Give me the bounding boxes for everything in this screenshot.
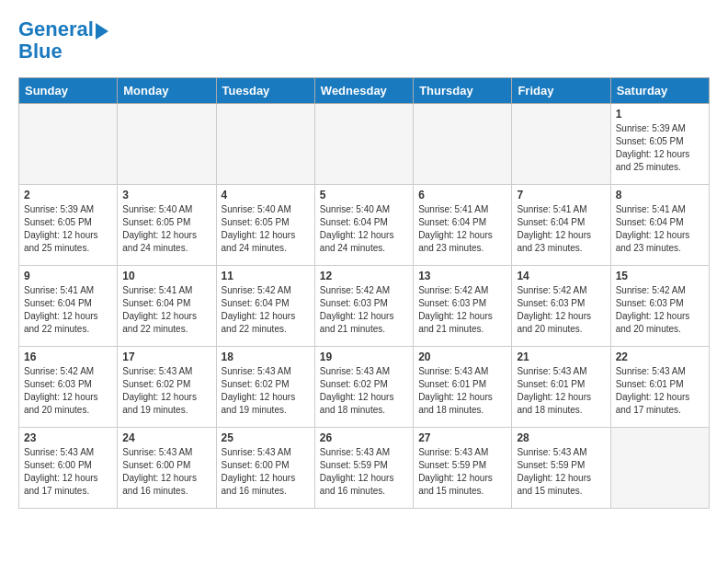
calendar-week-row: 2Sunrise: 5:39 AM Sunset: 6:05 PM Daylig… — [19, 185, 710, 266]
day-info: Sunrise: 5:41 AM Sunset: 6:04 PM Dayligh… — [122, 284, 210, 336]
day-info: Sunrise: 5:41 AM Sunset: 6:04 PM Dayligh… — [517, 203, 605, 255]
day-info: Sunrise: 5:43 AM Sunset: 5:59 PM Dayligh… — [418, 446, 506, 498]
calendar-cell — [216, 104, 314, 185]
day-info: Sunrise: 5:41 AM Sunset: 6:04 PM Dayligh… — [616, 203, 704, 255]
weekday-header-monday: Monday — [118, 78, 216, 104]
day-number: 14 — [517, 270, 605, 282]
day-number: 26 — [320, 431, 408, 444]
day-info: Sunrise: 5:43 AM Sunset: 5:59 PM Dayligh… — [517, 446, 605, 498]
day-number: 1 — [616, 108, 704, 121]
calendar-week-row: 23Sunrise: 5:43 AM Sunset: 6:00 PM Dayli… — [19, 428, 710, 509]
calendar-cell: 6Sunrise: 5:41 AM Sunset: 6:04 PM Daylig… — [414, 185, 512, 266]
day-number: 4 — [222, 189, 310, 201]
calendar-cell: 8Sunrise: 5:41 AM Sunset: 6:04 PM Daylig… — [610, 185, 709, 266]
weekday-header-saturday: Saturday — [610, 78, 709, 104]
calendar-cell: 12Sunrise: 5:42 AM Sunset: 6:03 PM Dayli… — [314, 266, 413, 347]
calendar-cell: 14Sunrise: 5:42 AM Sunset: 6:03 PM Dayli… — [512, 266, 610, 347]
day-info: Sunrise: 5:39 AM Sunset: 6:05 PM Dayligh… — [24, 203, 112, 255]
day-info: Sunrise: 5:39 AM Sunset: 6:05 PM Dayligh… — [616, 122, 704, 174]
calendar-cell: 23Sunrise: 5:43 AM Sunset: 6:00 PM Dayli… — [19, 428, 118, 509]
calendar-cell: 22Sunrise: 5:43 AM Sunset: 6:01 PM Dayli… — [610, 347, 709, 428]
day-number: 5 — [320, 189, 408, 201]
day-number: 18 — [222, 350, 310, 363]
day-number: 21 — [517, 350, 605, 363]
calendar-week-row: 16Sunrise: 5:42 AM Sunset: 6:03 PM Dayli… — [19, 347, 710, 428]
calendar-cell: 4Sunrise: 5:40 AM Sunset: 6:05 PM Daylig… — [216, 185, 314, 266]
day-number: 8 — [616, 189, 704, 201]
day-info: Sunrise: 5:42 AM Sunset: 6:03 PM Dayligh… — [24, 365, 112, 417]
day-info: Sunrise: 5:41 AM Sunset: 6:04 PM Dayligh… — [24, 284, 112, 336]
day-info: Sunrise: 5:42 AM Sunset: 6:03 PM Dayligh… — [320, 284, 408, 336]
calendar-cell: 21Sunrise: 5:43 AM Sunset: 6:01 PM Dayli… — [512, 347, 610, 428]
day-info: Sunrise: 5:43 AM Sunset: 6:00 PM Dayligh… — [122, 446, 210, 498]
calendar-cell: 3Sunrise: 5:40 AM Sunset: 6:05 PM Daylig… — [118, 185, 216, 266]
day-number: 16 — [24, 350, 112, 363]
day-number: 9 — [24, 270, 112, 282]
calendar-cell — [118, 104, 216, 185]
logo-text: General — [18, 18, 94, 40]
logo-arrow-icon — [96, 23, 108, 40]
day-info: Sunrise: 5:40 AM Sunset: 6:05 PM Dayligh… — [222, 203, 310, 255]
day-info: Sunrise: 5:42 AM Sunset: 6:03 PM Dayligh… — [418, 284, 506, 336]
calendar-cell: 2Sunrise: 5:39 AM Sunset: 6:05 PM Daylig… — [19, 185, 118, 266]
calendar-cell: 9Sunrise: 5:41 AM Sunset: 6:04 PM Daylig… — [19, 266, 118, 347]
day-number: 19 — [320, 350, 408, 363]
day-number: 27 — [418, 431, 506, 444]
calendar-cell: 18Sunrise: 5:43 AM Sunset: 6:02 PM Dayli… — [216, 347, 314, 428]
day-info: Sunrise: 5:43 AM Sunset: 6:01 PM Dayligh… — [517, 365, 605, 417]
calendar-week-row: 1Sunrise: 5:39 AM Sunset: 6:05 PM Daylig… — [19, 104, 710, 185]
weekday-header-wednesday: Wednesday — [314, 78, 413, 104]
day-info: Sunrise: 5:43 AM Sunset: 5:59 PM Dayligh… — [320, 446, 408, 498]
day-number: 17 — [122, 350, 210, 363]
day-number: 24 — [122, 431, 210, 444]
day-number: 6 — [418, 189, 506, 201]
calendar-cell: 27Sunrise: 5:43 AM Sunset: 5:59 PM Dayli… — [414, 428, 512, 509]
calendar-cell: 26Sunrise: 5:43 AM Sunset: 5:59 PM Dayli… — [314, 428, 413, 509]
day-number: 7 — [517, 189, 605, 201]
calendar-cell: 20Sunrise: 5:43 AM Sunset: 6:01 PM Dayli… — [414, 347, 512, 428]
calendar-cell — [314, 104, 413, 185]
day-info: Sunrise: 5:43 AM Sunset: 6:01 PM Dayligh… — [418, 365, 506, 417]
day-number: 22 — [616, 350, 704, 363]
day-number: 3 — [122, 189, 210, 201]
calendar-cell — [512, 104, 610, 185]
calendar-cell: 25Sunrise: 5:43 AM Sunset: 6:00 PM Dayli… — [216, 428, 314, 509]
calendar-cell — [19, 104, 118, 185]
day-number: 10 — [122, 270, 210, 282]
calendar-cell: 5Sunrise: 5:40 AM Sunset: 6:04 PM Daylig… — [314, 185, 413, 266]
calendar-week-row: 9Sunrise: 5:41 AM Sunset: 6:04 PM Daylig… — [19, 266, 710, 347]
day-info: Sunrise: 5:43 AM Sunset: 6:02 PM Dayligh… — [222, 365, 310, 417]
day-info: Sunrise: 5:43 AM Sunset: 6:00 PM Dayligh… — [24, 446, 112, 498]
logo: General Blue — [18, 18, 108, 63]
day-number: 11 — [222, 270, 310, 282]
calendar-cell: 10Sunrise: 5:41 AM Sunset: 6:04 PM Dayli… — [118, 266, 216, 347]
calendar-cell: 19Sunrise: 5:43 AM Sunset: 6:02 PM Dayli… — [314, 347, 413, 428]
day-info: Sunrise: 5:40 AM Sunset: 6:05 PM Dayligh… — [122, 203, 210, 255]
day-info: Sunrise: 5:43 AM Sunset: 6:02 PM Dayligh… — [320, 365, 408, 417]
calendar-cell: 16Sunrise: 5:42 AM Sunset: 6:03 PM Dayli… — [19, 347, 118, 428]
day-info: Sunrise: 5:41 AM Sunset: 6:04 PM Dayligh… — [418, 203, 506, 255]
calendar-cell: 7Sunrise: 5:41 AM Sunset: 6:04 PM Daylig… — [512, 185, 610, 266]
calendar-cell: 11Sunrise: 5:42 AM Sunset: 6:04 PM Dayli… — [216, 266, 314, 347]
calendar-cell — [610, 428, 709, 509]
day-info: Sunrise: 5:42 AM Sunset: 6:04 PM Dayligh… — [222, 284, 310, 336]
day-info: Sunrise: 5:42 AM Sunset: 6:03 PM Dayligh… — [517, 284, 605, 336]
calendar-cell: 13Sunrise: 5:42 AM Sunset: 6:03 PM Dayli… — [414, 266, 512, 347]
day-info: Sunrise: 5:43 AM Sunset: 6:02 PM Dayligh… — [122, 365, 210, 417]
day-number: 28 — [517, 431, 605, 444]
day-info: Sunrise: 5:40 AM Sunset: 6:04 PM Dayligh… — [320, 203, 408, 255]
weekday-header-sunday: Sunday — [19, 78, 118, 104]
weekday-header-thursday: Thursday — [414, 78, 512, 104]
calendar-table: SundayMondayTuesdayWednesdayThursdayFrid… — [18, 77, 710, 509]
weekday-header-tuesday: Tuesday — [216, 78, 314, 104]
day-number: 20 — [418, 350, 506, 363]
day-info: Sunrise: 5:43 AM Sunset: 6:00 PM Dayligh… — [222, 446, 310, 498]
page-header: General Blue — [18, 18, 710, 63]
calendar-cell — [414, 104, 512, 185]
day-info: Sunrise: 5:42 AM Sunset: 6:03 PM Dayligh… — [616, 284, 704, 336]
day-number: 15 — [616, 270, 704, 282]
day-number: 23 — [24, 431, 112, 444]
day-info: Sunrise: 5:43 AM Sunset: 6:01 PM Dayligh… — [616, 365, 704, 417]
day-number: 25 — [222, 431, 310, 444]
day-number: 12 — [320, 270, 408, 282]
